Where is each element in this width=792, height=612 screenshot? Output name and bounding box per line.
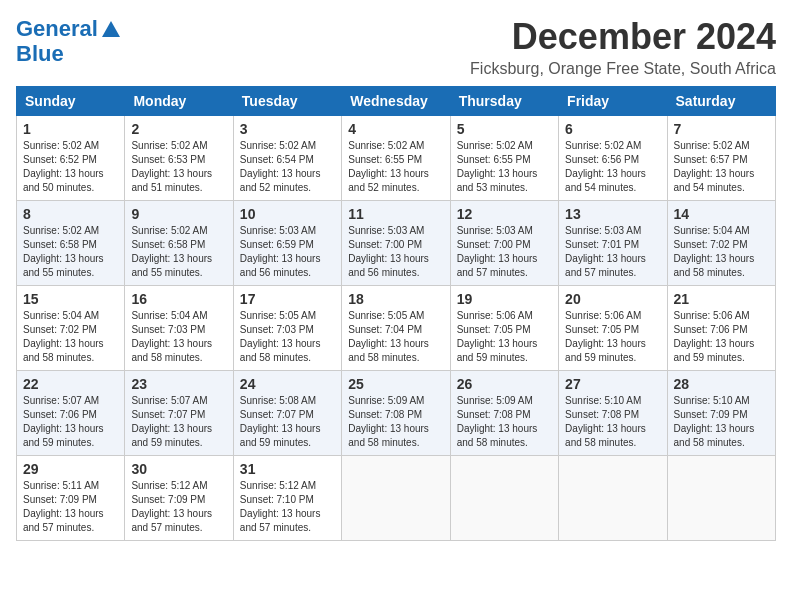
calendar-cell: 28 Sunrise: 5:10 AM Sunset: 7:09 PM Dayl… [667,371,775,456]
column-header-friday: Friday [559,87,667,116]
day-number: 12 [457,206,552,222]
column-header-saturday: Saturday [667,87,775,116]
calendar-cell [559,456,667,541]
calendar-cell: 19 Sunrise: 5:06 AM Sunset: 7:05 PM Dayl… [450,286,558,371]
calendar-cell: 20 Sunrise: 5:06 AM Sunset: 7:05 PM Dayl… [559,286,667,371]
page-header: General Blue December 2024 Ficksburg, Or… [16,16,776,78]
calendar-cell: 22 Sunrise: 5:07 AM Sunset: 7:06 PM Dayl… [17,371,125,456]
day-number: 2 [131,121,226,137]
day-info: Sunrise: 5:05 AM Sunset: 7:03 PM Dayligh… [240,309,335,365]
day-number: 18 [348,291,443,307]
calendar-cell: 21 Sunrise: 5:06 AM Sunset: 7:06 PM Dayl… [667,286,775,371]
calendar-cell: 15 Sunrise: 5:04 AM Sunset: 7:02 PM Dayl… [17,286,125,371]
calendar-week-row: 29 Sunrise: 5:11 AM Sunset: 7:09 PM Dayl… [17,456,776,541]
day-number: 31 [240,461,335,477]
day-info: Sunrise: 5:06 AM Sunset: 7:05 PM Dayligh… [457,309,552,365]
column-header-thursday: Thursday [450,87,558,116]
day-number: 1 [23,121,118,137]
calendar-cell: 17 Sunrise: 5:05 AM Sunset: 7:03 PM Dayl… [233,286,341,371]
day-info: Sunrise: 5:02 AM Sunset: 6:58 PM Dayligh… [23,224,118,280]
calendar-cell: 6 Sunrise: 5:02 AM Sunset: 6:56 PM Dayli… [559,116,667,201]
calendar-cell: 31 Sunrise: 5:12 AM Sunset: 7:10 PM Dayl… [233,456,341,541]
column-header-monday: Monday [125,87,233,116]
day-info: Sunrise: 5:06 AM Sunset: 7:06 PM Dayligh… [674,309,769,365]
calendar-body: 1 Sunrise: 5:02 AM Sunset: 6:52 PM Dayli… [17,116,776,541]
calendar-cell: 24 Sunrise: 5:08 AM Sunset: 7:07 PM Dayl… [233,371,341,456]
day-info: Sunrise: 5:02 AM Sunset: 6:54 PM Dayligh… [240,139,335,195]
calendar-cell: 7 Sunrise: 5:02 AM Sunset: 6:57 PM Dayli… [667,116,775,201]
day-number: 17 [240,291,335,307]
day-info: Sunrise: 5:09 AM Sunset: 7:08 PM Dayligh… [457,394,552,450]
day-number: 11 [348,206,443,222]
day-number: 29 [23,461,118,477]
logo-icon [100,19,122,41]
day-info: Sunrise: 5:03 AM Sunset: 7:01 PM Dayligh… [565,224,660,280]
calendar-cell [342,456,450,541]
calendar-cell: 26 Sunrise: 5:09 AM Sunset: 7:08 PM Dayl… [450,371,558,456]
calendar-cell: 27 Sunrise: 5:10 AM Sunset: 7:08 PM Dayl… [559,371,667,456]
day-number: 21 [674,291,769,307]
day-number: 4 [348,121,443,137]
logo-line2: Blue [16,41,124,66]
day-info: Sunrise: 5:02 AM Sunset: 6:55 PM Dayligh… [457,139,552,195]
column-header-tuesday: Tuesday [233,87,341,116]
logo: General Blue [16,16,124,67]
calendar-header-row: SundayMondayTuesdayWednesdayThursdayFrid… [17,87,776,116]
calendar-cell: 30 Sunrise: 5:12 AM Sunset: 7:09 PM Dayl… [125,456,233,541]
column-header-wednesday: Wednesday [342,87,450,116]
day-info: Sunrise: 5:03 AM Sunset: 7:00 PM Dayligh… [348,224,443,280]
location-title: Ficksburg, Orange Free State, South Afri… [470,60,776,78]
day-info: Sunrise: 5:02 AM Sunset: 6:56 PM Dayligh… [565,139,660,195]
day-number: 5 [457,121,552,137]
day-number: 6 [565,121,660,137]
day-info: Sunrise: 5:08 AM Sunset: 7:07 PM Dayligh… [240,394,335,450]
day-number: 9 [131,206,226,222]
day-info: Sunrise: 5:04 AM Sunset: 7:02 PM Dayligh… [674,224,769,280]
calendar-cell: 14 Sunrise: 5:04 AM Sunset: 7:02 PM Dayl… [667,201,775,286]
day-number: 23 [131,376,226,392]
calendar-cell: 16 Sunrise: 5:04 AM Sunset: 7:03 PM Dayl… [125,286,233,371]
calendar-cell: 10 Sunrise: 5:03 AM Sunset: 6:59 PM Dayl… [233,201,341,286]
calendar-cell: 8 Sunrise: 5:02 AM Sunset: 6:58 PM Dayli… [17,201,125,286]
day-number: 20 [565,291,660,307]
calendar-week-row: 15 Sunrise: 5:04 AM Sunset: 7:02 PM Dayl… [17,286,776,371]
day-info: Sunrise: 5:10 AM Sunset: 7:08 PM Dayligh… [565,394,660,450]
month-title: December 2024 [470,16,776,58]
calendar-cell: 9 Sunrise: 5:02 AM Sunset: 6:58 PM Dayli… [125,201,233,286]
day-number: 24 [240,376,335,392]
column-header-sunday: Sunday [17,87,125,116]
day-number: 26 [457,376,552,392]
day-number: 13 [565,206,660,222]
calendar-cell: 11 Sunrise: 5:03 AM Sunset: 7:00 PM Dayl… [342,201,450,286]
day-info: Sunrise: 5:11 AM Sunset: 7:09 PM Dayligh… [23,479,118,535]
day-info: Sunrise: 5:04 AM Sunset: 7:03 PM Dayligh… [131,309,226,365]
day-info: Sunrise: 5:02 AM Sunset: 6:52 PM Dayligh… [23,139,118,195]
calendar-cell: 13 Sunrise: 5:03 AM Sunset: 7:01 PM Dayl… [559,201,667,286]
day-info: Sunrise: 5:12 AM Sunset: 7:09 PM Dayligh… [131,479,226,535]
day-number: 19 [457,291,552,307]
day-info: Sunrise: 5:02 AM Sunset: 6:55 PM Dayligh… [348,139,443,195]
calendar-week-row: 1 Sunrise: 5:02 AM Sunset: 6:52 PM Dayli… [17,116,776,201]
day-info: Sunrise: 5:07 AM Sunset: 7:07 PM Dayligh… [131,394,226,450]
calendar-cell: 23 Sunrise: 5:07 AM Sunset: 7:07 PM Dayl… [125,371,233,456]
calendar-cell: 18 Sunrise: 5:05 AM Sunset: 7:04 PM Dayl… [342,286,450,371]
calendar-cell: 2 Sunrise: 5:02 AM Sunset: 6:53 PM Dayli… [125,116,233,201]
day-info: Sunrise: 5:02 AM Sunset: 6:53 PM Dayligh… [131,139,226,195]
svg-marker-0 [102,21,120,37]
calendar-cell: 5 Sunrise: 5:02 AM Sunset: 6:55 PM Dayli… [450,116,558,201]
calendar-cell: 29 Sunrise: 5:11 AM Sunset: 7:09 PM Dayl… [17,456,125,541]
day-number: 7 [674,121,769,137]
day-number: 8 [23,206,118,222]
day-info: Sunrise: 5:06 AM Sunset: 7:05 PM Dayligh… [565,309,660,365]
day-number: 27 [565,376,660,392]
calendar-cell: 1 Sunrise: 5:02 AM Sunset: 6:52 PM Dayli… [17,116,125,201]
day-number: 30 [131,461,226,477]
calendar-week-row: 8 Sunrise: 5:02 AM Sunset: 6:58 PM Dayli… [17,201,776,286]
calendar-week-row: 22 Sunrise: 5:07 AM Sunset: 7:06 PM Dayl… [17,371,776,456]
day-number: 10 [240,206,335,222]
day-number: 14 [674,206,769,222]
day-number: 3 [240,121,335,137]
calendar-cell: 25 Sunrise: 5:09 AM Sunset: 7:08 PM Dayl… [342,371,450,456]
day-info: Sunrise: 5:02 AM Sunset: 6:58 PM Dayligh… [131,224,226,280]
calendar-cell: 4 Sunrise: 5:02 AM Sunset: 6:55 PM Dayli… [342,116,450,201]
